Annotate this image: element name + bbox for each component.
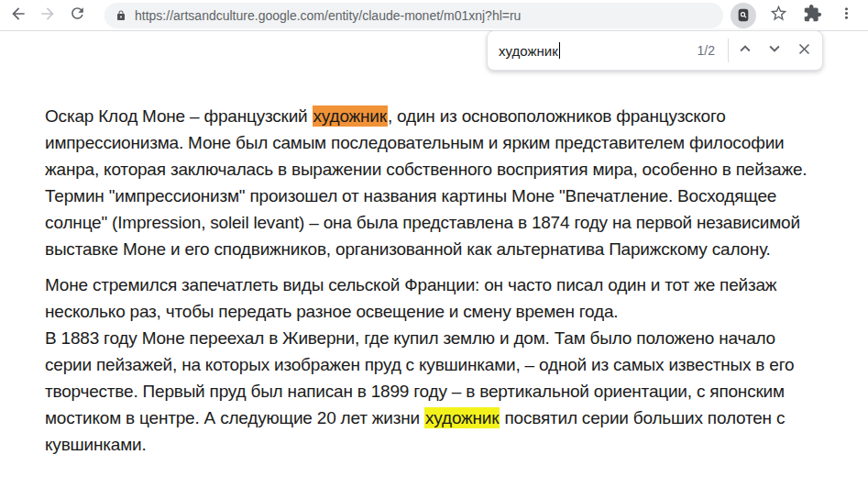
reload-icon <box>69 5 86 26</box>
back-icon <box>9 5 27 27</box>
extensions-icon <box>803 4 822 27</box>
paragraph: Оскар Клод Моне – французский художник, … <box>45 103 824 262</box>
chevron-up-icon <box>735 39 755 62</box>
find-match-counter: 1/2 <box>698 43 728 58</box>
extensions-button[interactable] <box>799 3 825 28</box>
bookmark-button[interactable] <box>765 3 791 28</box>
text-caret <box>559 42 560 59</box>
chevron-down-icon <box>764 39 785 62</box>
paragraph: Моне стремился запечатлеть виды сельской… <box>45 272 824 458</box>
find-match-highlight: художник <box>424 407 500 428</box>
previous-match-button[interactable] <box>731 36 760 65</box>
reload-button[interactable] <box>64 3 90 28</box>
browser-menu-button[interactable] <box>833 3 859 28</box>
menu-icon <box>838 5 855 26</box>
bookmark-star-icon <box>769 4 788 27</box>
divider <box>728 39 729 62</box>
forward-icon <box>38 5 57 27</box>
close-find-button[interactable] <box>789 36 819 65</box>
lock-icon <box>115 9 126 22</box>
address-bar[interactable]: https://artsandculture.google.com/entity… <box>104 3 723 28</box>
forward-button[interactable] <box>35 3 60 28</box>
next-match-button[interactable] <box>760 36 789 65</box>
url-text: https://artsandculture.google.com/entity… <box>135 8 521 23</box>
find-bar: художник 1/2 <box>487 30 823 71</box>
find-in-page-indicator-icon <box>736 7 751 23</box>
find-query-text: художник <box>499 43 558 59</box>
article: Оскар Клод Моне – французский художник, … <box>0 31 868 485</box>
find-match-active: художник <box>313 105 388 127</box>
close-icon <box>796 40 813 61</box>
browser-toolbar: https://artsandculture.google.com/entity… <box>0 0 868 31</box>
find-input[interactable]: художник <box>499 31 698 70</box>
back-button[interactable] <box>5 3 31 28</box>
find-in-page-indicator-button[interactable] <box>731 3 756 28</box>
